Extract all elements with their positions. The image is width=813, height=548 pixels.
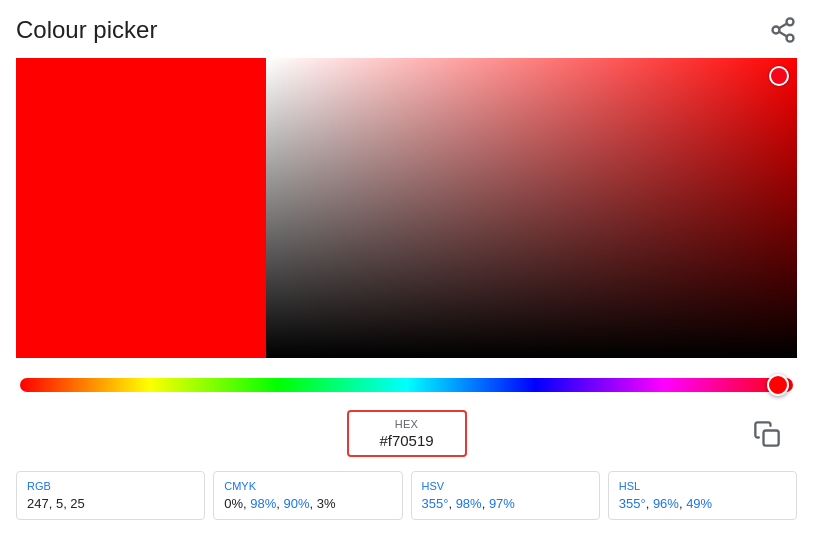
rgb-box: RGB 247, 5, 25 <box>16 471 205 520</box>
hsl-box: HSL 355°, 96%, 49% <box>608 471 797 520</box>
cmyk-box: CMYK 0%, 98%, 90%, 3% <box>213 471 402 520</box>
hsv-label: HSV <box>422 480 589 492</box>
cmyk-m: 98% <box>250 496 276 511</box>
hue-slider-track[interactable] <box>20 378 793 392</box>
hsv-v: 97% <box>489 496 515 511</box>
hsv-value: 355°, 98%, 97% <box>422 496 589 511</box>
gradient-solid <box>16 58 266 358</box>
gradient-cursor[interactable] <box>769 66 789 86</box>
hex-box[interactable]: HEX #f70519 <box>347 410 467 457</box>
hsl-value: 355°, 96%, 49% <box>619 496 786 511</box>
cmyk-value: 0%, 98%, 90%, 3% <box>224 496 391 511</box>
cmyk-k: 3% <box>317 496 336 511</box>
hsl-l: 49% <box>686 496 712 511</box>
cmyk-y: 90% <box>284 496 310 511</box>
hsl-s: 96% <box>653 496 679 511</box>
page-title: Colour picker <box>16 16 157 44</box>
hex-label: HEX <box>373 418 441 430</box>
hsv-h: 355° <box>422 496 449 511</box>
header: Colour picker <box>16 16 797 44</box>
hue-slider-thumb[interactable] <box>767 374 789 396</box>
share-icon[interactable] <box>769 16 797 44</box>
color-gradient[interactable] <box>16 58 797 358</box>
gradient-mixed <box>266 58 797 358</box>
hsv-box: HSV 355°, 98%, 97% <box>411 471 600 520</box>
color-values-grid: RGB 247, 5, 25 CMYK 0%, 98%, 90%, 3% HSV… <box>16 471 797 520</box>
hsl-label: HSL <box>619 480 786 492</box>
hex-row: HEX #f70519 <box>16 410 797 457</box>
cmyk-label: CMYK <box>224 480 391 492</box>
copy-icon[interactable] <box>753 420 781 448</box>
svg-line-3 <box>779 32 787 37</box>
rgb-value: 247, 5, 25 <box>27 496 194 511</box>
hsv-s: 98% <box>456 496 482 511</box>
svg-line-4 <box>779 24 787 29</box>
hsl-h: 355° <box>619 496 646 511</box>
hue-slider-container <box>16 378 797 392</box>
hex-value: #f70519 <box>373 432 441 449</box>
svg-rect-5 <box>764 430 779 445</box>
rgb-label: RGB <box>27 480 194 492</box>
cmyk-c: 0% <box>224 496 243 511</box>
